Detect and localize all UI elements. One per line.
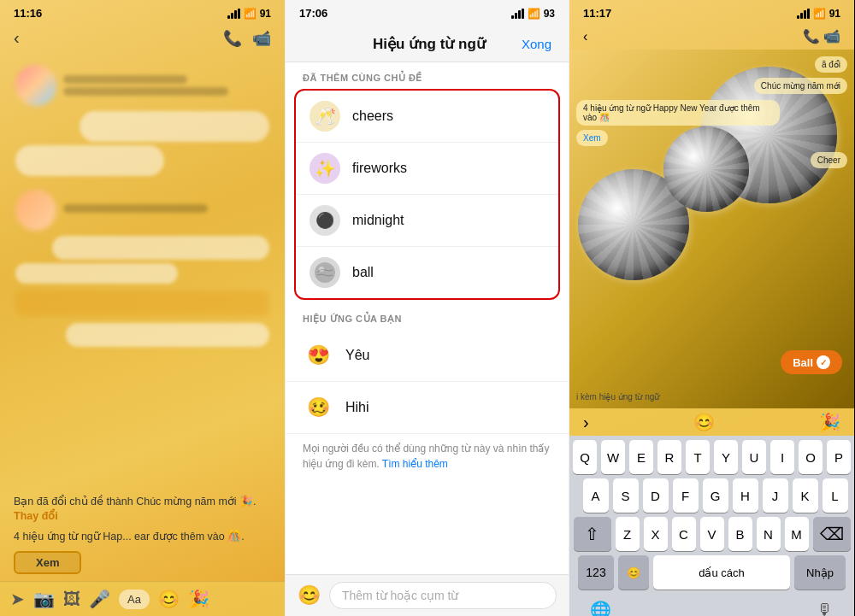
key-E[interactable]: E: [629, 440, 653, 474]
panel-center: 17:06 📶 93 Hiệu ứng từ ngữ Xong ĐÃ THÊM …: [285, 0, 569, 616]
time-right: 11:17: [583, 7, 611, 20]
key-123[interactable]: 123: [578, 555, 614, 590]
key-F[interactable]: F: [673, 478, 699, 513]
key-space[interactable]: dấu cách: [653, 555, 790, 590]
chat-area-left: [0, 53, 285, 480]
section-label-2: HIỆU ỨNG CỦA BẠN: [286, 303, 569, 330]
key-I[interactable]: I: [770, 440, 794, 474]
xong-button[interactable]: Xong: [522, 37, 551, 51]
ball-badge: Ball ✓: [781, 350, 842, 374]
effect-item-cheers[interactable]: 🥂 cheers: [296, 91, 558, 143]
video-icon-left[interactable]: 📹: [252, 29, 271, 48]
my-effect-yeu[interactable]: 😍 Yêu: [286, 330, 569, 382]
smiley-icon[interactable]: 😊: [298, 584, 321, 607]
key-S[interactable]: S: [613, 478, 639, 513]
xem-button[interactable]: Xem: [14, 551, 81, 574]
key-emoji[interactable]: 😊: [618, 555, 649, 590]
key-O[interactable]: O: [799, 440, 823, 474]
panel2-bottom-bar: 😊 Thêm từ hoặc cụm từ: [286, 574, 569, 616]
key-T[interactable]: T: [686, 440, 710, 474]
key-backspace[interactable]: ⌫: [813, 517, 851, 551]
ball-check-icon: ✓: [817, 355, 830, 369]
header-right: ‹ 📞 📹: [569, 23, 854, 50]
my-effect-hihi[interactable]: 🥴 Hihi: [286, 382, 569, 434]
phone-icon-left[interactable]: 📞: [223, 29, 242, 48]
photo-icon[interactable]: 🖼: [63, 590, 80, 609]
chat-msg-2: Chúc mừng năm mới: [754, 78, 847, 94]
effect-item-fireworks[interactable]: ✨ fireworks: [296, 143, 558, 195]
smiley-right[interactable]: 😊: [693, 412, 715, 432]
effect-icon-cheers: 🥂: [310, 101, 340, 132]
key-K[interactable]: K: [793, 478, 818, 513]
key-U[interactable]: U: [742, 440, 766, 474]
effect-icon-ball: [310, 257, 340, 288]
key-P[interactable]: P: [827, 440, 851, 474]
key-row-1: Q W E R T Y U I O P: [569, 436, 854, 474]
phone-icon-right[interactable]: 📞: [803, 29, 820, 44]
blurred-bubble-1: [80, 111, 269, 142]
key-V[interactable]: V: [700, 517, 724, 551]
key-B[interactable]: B: [728, 517, 752, 551]
key-L[interactable]: L: [823, 478, 848, 513]
key-Z[interactable]: Z: [616, 517, 640, 551]
notification-1: Bạn đã đổi chủ đề thành Chúc mừng năm mớ…: [0, 488, 285, 528]
send-icon[interactable]: ➤: [10, 589, 25, 609]
key-X[interactable]: X: [644, 517, 668, 551]
panel-left: 11:16 📶 91 ‹ 📞 📹: [0, 0, 285, 616]
panel-right: 11:17 📶 91 ‹ 📞 📹 ã đổi Chúc mừng nă: [569, 0, 854, 616]
avatar-left: [15, 65, 56, 106]
video-icon-right[interactable]: 📹: [823, 29, 840, 44]
blurred-text-2: [63, 87, 228, 96]
mic-icon-left[interactable]: 🎤: [89, 589, 110, 609]
key-row-4: 123 😊 dấu cách Nhập: [569, 551, 854, 595]
chat-msg-3: 4 hiệu ứng từ ngữ Happy New Year được th…: [576, 100, 780, 126]
effect-item-midnight[interactable]: ⚫ midnight: [296, 195, 558, 247]
back-icon-right[interactable]: ‹: [583, 29, 587, 44]
time-left: 11:16: [14, 7, 42, 20]
key-Y[interactable]: Y: [714, 440, 738, 474]
thay-doi-link[interactable]: Thay đổi: [14, 510, 58, 522]
keyboard-right: Q W E R T Y U I O P A S D F G H J K L ⇧ …: [569, 436, 854, 616]
emoji-icon-left[interactable]: 😊: [158, 589, 180, 609]
key-enter[interactable]: Nhập: [794, 555, 846, 590]
info-link[interactable]: Tìm hiểu thêm: [382, 458, 448, 470]
key-shift[interactable]: ⇧: [574, 517, 611, 551]
globe-icon[interactable]: 🌐: [590, 600, 611, 616]
camera-icon[interactable]: 📷: [33, 589, 55, 609]
wifi-right: 📶: [813, 8, 826, 20]
my-effect-icon-hihi: 🥴: [303, 392, 333, 423]
modal-header: Hiệu ứng từ ngữ Xong: [286, 23, 569, 62]
key-Q[interactable]: Q: [573, 440, 597, 474]
key-J[interactable]: J: [763, 478, 788, 513]
mic-icon-right[interactable]: 🎙: [817, 601, 834, 617]
time-center: 17:06: [299, 7, 327, 20]
key-G[interactable]: G: [703, 478, 728, 513]
chat-msg-xem[interactable]: Xem: [576, 130, 608, 146]
emoji-expand-icon[interactable]: ›: [583, 413, 589, 432]
key-M[interactable]: M: [785, 517, 809, 551]
my-effects-section: HIỆU ỨNG CỦA BẠN 😍 Yêu 🥴 Hihi: [286, 303, 569, 434]
effect-item-ball[interactable]: ball: [296, 247, 558, 298]
sticker-icon[interactable]: 🎉: [188, 589, 209, 609]
back-icon-left[interactable]: ‹: [14, 28, 20, 48]
key-D[interactable]: D: [643, 478, 669, 513]
my-effect-name-yeu: Yêu: [345, 348, 369, 363]
wifi-left: 📶: [244, 8, 256, 20]
key-R[interactable]: R: [657, 440, 681, 474]
wifi-center: 📶: [528, 8, 540, 20]
key-W[interactable]: W: [601, 440, 625, 474]
party-icon[interactable]: 🎉: [819, 412, 840, 432]
text-input[interactable]: Thêm từ hoặc cụm từ: [329, 582, 557, 609]
header-icons-right: 📞 📹: [803, 28, 840, 44]
blurred-bar: [15, 290, 269, 316]
key-H[interactable]: H: [733, 478, 758, 513]
avatar-left-2: [15, 190, 56, 231]
key-N[interactable]: N: [757, 517, 781, 551]
key-C[interactable]: C: [672, 517, 696, 551]
key-A[interactable]: A: [583, 478, 609, 513]
blurred-bubble-3: [52, 236, 269, 260]
disco-area: ã đổi Chúc mừng năm mới 4 hiệu ứng từ ng…: [569, 50, 854, 408]
aa-button[interactable]: Aa: [119, 590, 150, 609]
bottom-area-left: Bạn đã đổi chủ đề thành Chúc mừng năm mớ…: [0, 488, 285, 617]
chat-msg-1: ã đổi: [815, 56, 847, 73]
